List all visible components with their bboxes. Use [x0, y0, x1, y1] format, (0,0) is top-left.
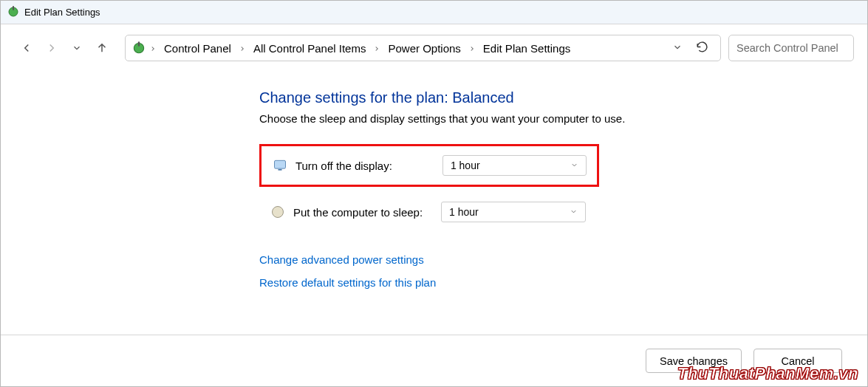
monitor-icon: [272, 157, 288, 174]
svg-point-6: [273, 207, 284, 218]
refresh-button[interactable]: [690, 41, 714, 55]
select-value: 1 hour: [449, 206, 479, 218]
breadcrumb-item[interactable]: Power Options: [383, 42, 465, 55]
svg-rect-1: [13, 6, 14, 10]
power-options-icon: [7, 4, 20, 20]
sleep-setting-row: Put the computer to sleep: 1 hour: [259, 196, 599, 228]
search-input[interactable]: Search Control Panel: [728, 35, 854, 61]
address-bar[interactable]: Control Panel All Control Panel Items Po…: [125, 35, 721, 61]
breadcrumb-item[interactable]: Edit Plan Settings: [479, 42, 575, 55]
breadcrumb-item[interactable]: Control Panel: [160, 42, 236, 55]
svg-rect-5: [278, 169, 281, 171]
svg-rect-3: [138, 41, 140, 47]
titlebar: Edit Plan Settings: [1, 1, 867, 24]
page-subtext: Choose the sleep and display settings th…: [259, 112, 867, 125]
put-computer-sleep-select[interactable]: 1 hour: [441, 202, 586, 222]
advanced-power-settings-link[interactable]: Change advanced power settings: [259, 253, 867, 266]
restore-defaults-link[interactable]: Restore default settings for this plan: [259, 276, 867, 289]
highlight-annotation: Turn off the display: 1 hour: [259, 144, 599, 187]
chevron-right-icon[interactable]: [148, 42, 158, 55]
turn-off-display-label: Turn off the display:: [295, 160, 435, 172]
moon-icon: [270, 204, 286, 220]
chevron-down-icon: [570, 161, 578, 171]
breadcrumb-item[interactable]: All Control Panel Items: [249, 42, 371, 55]
main-content: Change settings for the plan: Balanced C…: [1, 70, 867, 289]
footer: Save changes Cancel: [1, 335, 867, 386]
forward-button[interactable]: [39, 35, 64, 61]
chevron-right-icon[interactable]: [372, 42, 382, 55]
cancel-button[interactable]: Cancel: [753, 349, 842, 373]
chevron-right-icon[interactable]: [467, 42, 477, 55]
select-value: 1 hour: [451, 160, 480, 171]
save-changes-button[interactable]: Save changes: [646, 349, 742, 373]
chevron-down-icon: [570, 208, 578, 217]
address-dropdown-button[interactable]: [666, 42, 688, 55]
search-placeholder: Search Control Panel: [737, 42, 838, 54]
links-section: Change advanced power settings Restore d…: [259, 253, 867, 289]
back-button[interactable]: [14, 35, 39, 61]
power-options-icon: [131, 40, 146, 57]
recent-locations-button[interactable]: [64, 35, 89, 61]
put-computer-sleep-label: Put the computer to sleep:: [293, 206, 434, 219]
navigation-row: Control Panel All Control Panel Items Po…: [1, 24, 867, 70]
turn-off-display-select[interactable]: 1 hour: [442, 155, 587, 176]
page-heading: Change settings for the plan: Balanced: [259, 89, 867, 106]
svg-rect-4: [274, 160, 285, 168]
up-button[interactable]: [89, 35, 115, 61]
window-title: Edit Plan Settings: [24, 7, 100, 18]
chevron-right-icon[interactable]: [237, 42, 247, 55]
